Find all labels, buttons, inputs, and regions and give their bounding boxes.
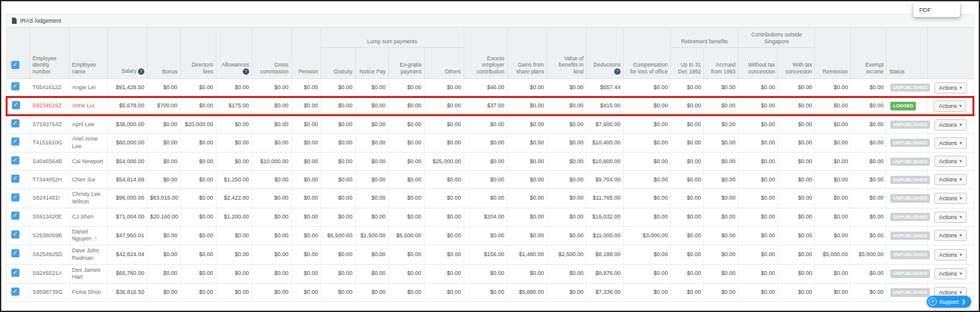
amount-cell: $1,480.00 [507, 245, 546, 264]
col-header-without-tax-concession: Without tax concession [738, 48, 778, 79]
row-checkbox[interactable] [11, 175, 19, 183]
col-header-excess-employer-contribution: Excess employer contribution [464, 28, 507, 79]
actions-button[interactable]: Actions▾ [934, 156, 967, 167]
amount-cell: $0.00 [424, 189, 464, 208]
amount-cell: $0.00 [507, 208, 546, 226]
info-icon[interactable]: ? [614, 68, 620, 75]
amount-cell: $0.00 [321, 134, 355, 153]
info-icon[interactable]: ? [243, 68, 249, 75]
amount-cell: $0.00 [252, 208, 291, 226]
amount-cell: $0.00 [815, 153, 851, 171]
actions-button[interactable]: Actions▾ [934, 119, 967, 131]
amount-cell: $0.00 [704, 226, 738, 245]
amount-cell: $0.00 [851, 208, 887, 226]
pdf-menu-item[interactable]: PDF [913, 3, 960, 17]
actions-button[interactable]: Actions▾ [934, 174, 967, 185]
row-checkbox[interactable] [11, 269, 19, 277]
amount-cell: $0.00 [424, 97, 464, 116]
table-row: S9234519ZAnne Lui$5,678.00$700.00$0.00$1… [7, 97, 974, 116]
amount-cell: $0.00 [321, 171, 355, 189]
amount-cell: $0.00 [355, 116, 388, 134]
amount-cell: $0.00 [507, 79, 546, 97]
actions-button[interactable]: Actions▾ [934, 193, 967, 204]
amount-cell: $0.00 [815, 79, 851, 97]
amount-cell: $0.00 [291, 153, 321, 171]
employee-identity-number: S7193764Z [29, 116, 69, 134]
amount-cell: $0.00 [704, 153, 738, 171]
actions-button[interactable]: Actions▾ [934, 268, 967, 279]
support-button[interactable]: ? Support ❯ [927, 296, 971, 308]
col-header-gains-from-share-plans: Gains from share plans [507, 28, 546, 79]
amount-cell: $0.00 [147, 245, 180, 264]
amount-cell: $0.00 [180, 283, 216, 301]
row-checkbox[interactable] [11, 119, 19, 127]
row-checkbox[interactable] [11, 137, 19, 146]
amount-cell: $0.00 [507, 153, 546, 171]
amount-cell: $0.00 [815, 116, 851, 134]
row-checkbox[interactable] [11, 193, 19, 202]
amount-cell: $0.00 [321, 208, 355, 226]
col-header-ex-gratia-payment: Ex-gratia payment [388, 48, 424, 79]
amount-cell: $37.00 [464, 97, 507, 116]
amount-cell: $156.00 [464, 245, 507, 264]
amount-cell: $0.00 [778, 226, 815, 245]
amount-cell: $0.00 [507, 171, 546, 189]
amount-cell: $16,032.00 [587, 208, 624, 226]
amount-cell: $9,704.00 [587, 171, 624, 189]
amount-cell: $0.00 [216, 79, 252, 97]
amount-cell: $0.00 [252, 189, 291, 208]
amount-cell: $0.00 [216, 283, 252, 301]
employee-identity-number: S5913420E [29, 208, 69, 226]
amount-cell: $0.00 [624, 245, 671, 264]
select-all-checkbox[interactable] [11, 61, 19, 69]
row-checkbox[interactable] [12, 101, 20, 109]
employee-identity-number: T7344052H [29, 171, 69, 189]
amount-cell: $47,950.01 [107, 226, 147, 245]
amount-cell: $60,000.00 [107, 134, 147, 153]
amount-cell: $0.00 [321, 264, 355, 283]
employee-name: Fiona Shoo [69, 283, 107, 301]
status-cell: UNPUBLISHED [887, 245, 927, 264]
col-header-allowances: Allowances? [216, 28, 252, 79]
row-checkbox[interactable] [11, 82, 19, 90]
row-checkbox[interactable] [11, 288, 19, 296]
amount-cell: $7,600.00 [587, 116, 624, 134]
amount-cell: $3,000.00 [624, 226, 671, 245]
amount-cell: $0.00 [624, 79, 671, 97]
amount-cell: $0.00 [291, 208, 321, 226]
amount-cell: $0.00 [355, 245, 388, 264]
amount-cell: $0.00 [738, 171, 778, 189]
row-checkbox[interactable] [11, 156, 19, 164]
actions-button[interactable]: Actions▾ [934, 249, 967, 261]
col-header-accrued-from-1993: Accrued from 1993 [704, 48, 738, 79]
amount-cell: $0.00 [355, 97, 388, 116]
row-select-cell [7, 134, 30, 153]
actions-button[interactable]: Actions▾ [934, 212, 967, 223]
status-badge: UNPUBLISHED [890, 269, 930, 277]
amount-cell: $0.00 [424, 245, 464, 264]
table-row: S9245521ADes James Hart$65,760.00$0.00$0… [7, 264, 974, 283]
amount-cell: $10,800.00 [587, 153, 624, 171]
panel-title: IRAS lodgement [20, 18, 61, 24]
actions-button[interactable]: Actions▾ [934, 230, 967, 241]
amount-cell: $5,880.00 [507, 283, 546, 301]
amount-cell: $25,000.00 [424, 153, 464, 171]
actions-button[interactable]: Actions▾ [934, 137, 967, 149]
amount-cell: $0.00 [388, 245, 424, 264]
row-checkbox[interactable] [11, 249, 19, 257]
amount-cell: $0.00 [624, 153, 671, 171]
status-badge: UNPUBLISHED [890, 288, 930, 296]
actions-button[interactable]: Actions▾ [934, 100, 966, 112]
table-row: S6254925DDave John Redman$42,824.04$0.00… [7, 245, 974, 264]
row-checkbox[interactable] [11, 212, 19, 220]
info-icon[interactable]: ? [138, 68, 144, 75]
amount-cell: $0.00 [624, 134, 671, 153]
status-cell: UNPUBLISHED [887, 226, 927, 245]
col-header-bonus: Bonus [147, 28, 180, 79]
row-checkbox[interactable] [11, 230, 19, 239]
amount-cell: $0.00 [507, 116, 546, 134]
actions-cell: Actions▾ [927, 226, 974, 245]
amount-cell: $0.00 [671, 97, 704, 116]
actions-button[interactable]: Actions▾ [934, 82, 967, 94]
amount-cell: $0.00 [424, 264, 464, 283]
